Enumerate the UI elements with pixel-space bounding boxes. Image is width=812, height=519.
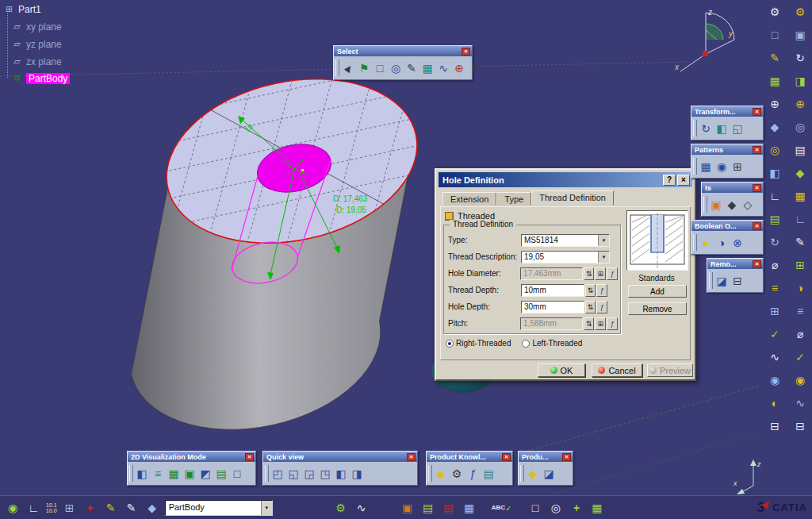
loft-icon[interactable] [792,211,808,227]
iso-view-icon[interactable] [270,466,285,482]
pen-icon[interactable] [767,50,783,66]
close-icon[interactable] [753,222,761,230]
threaded-checkbox[interactable] [445,212,454,221]
tree-item-label[interactable]: zx plane [26,56,62,67]
close-icon[interactable] [502,453,511,461]
tool-icon[interactable] [767,27,783,43]
tool-icon[interactable] [767,142,783,158]
stiffener-icon[interactable] [792,188,808,204]
spinner-icon[interactable] [585,301,596,313]
target-icon[interactable] [548,500,564,516]
measure-icon[interactable] [595,267,606,280]
tree-root-label[interactable]: Part1 [18,4,41,15]
front-view-icon[interactable] [285,466,301,482]
tool-icon[interactable] [541,466,557,482]
pad-icon[interactable] [792,27,808,43]
tree-node-part1[interactable]: Part1 [3,3,41,15]
select-arrow-icon[interactable] [340,60,356,76]
shell-icon[interactable] [792,303,808,319]
shaft-icon[interactable] [792,50,808,66]
solid-component-icon[interactable] [724,197,740,213]
custom-view-icon[interactable] [229,466,245,482]
surface-icon[interactable] [792,395,808,411]
material-icon[interactable] [197,466,213,482]
close-icon[interactable] [753,146,761,154]
rectangle-selection-icon[interactable] [372,60,388,76]
intersect-icon[interactable] [714,235,730,251]
cancel-button[interactable]: Cancel [592,363,642,377]
close-icon[interactable]: × [677,175,690,186]
tool-icon[interactable] [525,466,541,482]
formula-icon[interactable] [596,284,607,297]
chevron-down-icon[interactable] [261,501,272,515]
tool-icon[interactable] [527,500,543,516]
close-icon[interactable] [753,108,761,116]
remove-button[interactable]: Remove [628,302,687,315]
formula-icon[interactable] [607,267,618,280]
tab-thread-definition[interactable]: Thread Definition [531,190,614,206]
select-toolbar-titlebar[interactable]: Select [334,46,472,56]
tool-icon[interactable] [767,165,783,181]
thread-icon[interactable] [792,326,808,342]
axis-icon[interactable] [767,188,783,204]
tab-type[interactable]: Type [496,192,531,206]
top-view-icon[interactable] [349,466,365,482]
left-threaded-radio[interactable] [522,340,530,348]
back-view-icon[interactable] [301,466,317,482]
tool-icon[interactable] [767,303,783,319]
thickness-icon[interactable] [792,372,808,388]
thread-description-combo[interactable]: 19,05 [521,251,610,263]
chamfer-icon[interactable] [792,257,808,273]
close-icon[interactable] [462,48,470,56]
add-button[interactable]: Add [628,285,687,298]
draft-icon[interactable] [792,280,808,296]
user-pattern-icon[interactable] [730,159,745,175]
tree-node-zx-plane[interactable]: zx plane [11,56,62,67]
active-body-combo[interactable]: PartBody [165,500,273,516]
shading-edges-icon[interactable] [182,466,197,482]
union-icon[interactable] [698,235,714,251]
sketcher-icon[interactable] [708,197,724,213]
hole-icon[interactable] [792,96,808,112]
tool-icon[interactable] [767,395,783,411]
measure-icon[interactable] [595,317,606,330]
formula-icon[interactable] [596,301,607,313]
view-compass[interactable]: z y x [671,5,737,78]
formula-icon[interactable] [433,466,449,482]
close-icon[interactable] [407,453,416,461]
catalog-icon[interactable] [481,466,496,482]
scale-icon[interactable] [730,121,745,136]
close-icon[interactable] [245,453,254,461]
gear-icon[interactable] [792,4,808,20]
primitive-icon[interactable] [144,500,160,516]
split-icon[interactable] [792,349,808,365]
type-combo[interactable]: MS51814 [521,234,610,247]
diameter-icon[interactable] [767,257,783,273]
tool-icon[interactable] [767,280,783,296]
lock-icon[interactable] [400,500,416,516]
tool-icon[interactable] [767,96,783,112]
grid-icon[interactable] [462,500,477,516]
circle-selection-icon[interactable] [388,60,404,76]
circular-pattern-icon[interactable] [714,159,730,175]
remove-boolean-icon[interactable] [730,235,745,251]
spline-icon[interactable] [767,349,783,365]
shading-icon[interactable] [134,466,150,482]
function-icon[interactable] [465,466,481,482]
axis-icon[interactable] [25,500,41,516]
rectangular-pattern-icon[interactable] [698,159,714,175]
paint-selection-icon[interactable] [404,60,419,76]
trim-icon[interactable] [730,273,745,289]
compass-pivot[interactable] [703,51,708,56]
fillet-icon[interactable] [792,234,808,250]
tree-node-partbody[interactable]: PartBody [11,72,70,84]
intersect-selection-icon[interactable] [451,60,467,76]
selection-sets-icon[interactable] [356,60,372,76]
help-icon[interactable]: ? [663,175,676,186]
measure-icon[interactable] [82,500,98,516]
tool-icon[interactable] [767,119,783,135]
pen-icon[interactable] [103,500,119,516]
grid-icon[interactable] [767,73,783,89]
spellcheck-icon[interactable]: ABC [492,504,511,511]
thread-depth-field[interactable]: 10mm [521,284,584,297]
